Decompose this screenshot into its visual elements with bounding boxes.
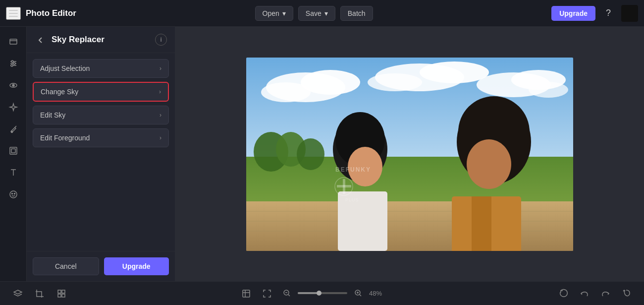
zoom-controls: 48% bbox=[280, 286, 387, 300]
svg-line-70 bbox=[360, 295, 361, 296]
menu-item-change-sky[interactable]: Change Sky › bbox=[33, 82, 169, 102]
menu-item-label: Change Sky bbox=[41, 88, 78, 96]
batch-label: Batch bbox=[348, 9, 366, 17]
grid-icon-btn[interactable] bbox=[54, 286, 69, 301]
info-button[interactable]: i bbox=[155, 34, 167, 46]
topbar-left: Photo Editor bbox=[6, 7, 76, 20]
user-avatar[interactable] bbox=[621, 5, 638, 22]
menu-item-label: Adjust Selection bbox=[40, 64, 90, 72]
svg-point-7 bbox=[11, 64, 13, 66]
svg-marker-56 bbox=[14, 290, 22, 294]
sidebar-icon-text[interactable] bbox=[3, 163, 23, 183]
canvas-area: BEFUNKY PLUS bbox=[175, 27, 644, 281]
svg-rect-50 bbox=[472, 196, 491, 251]
upgrade-panel-button[interactable]: Upgrade bbox=[104, 257, 169, 275]
bottom-center-zoom: 48% bbox=[238, 286, 387, 301]
svg-point-33 bbox=[297, 138, 324, 170]
panel-title: Sky Replacer bbox=[52, 35, 150, 45]
menu-item-edit-sky[interactable]: Edit Sky › bbox=[33, 106, 169, 124]
sidebar-icon-sticker[interactable] bbox=[3, 184, 23, 204]
chevron-right-icon: › bbox=[159, 88, 161, 95]
svg-text:PLUS: PLUS bbox=[345, 197, 359, 202]
svg-point-6 bbox=[13, 62, 15, 64]
topbar-right: Upgrade ? bbox=[551, 5, 638, 22]
svg-rect-60 bbox=[62, 294, 65, 297]
zoom-out-button[interactable] bbox=[280, 286, 294, 300]
zoom-slider[interactable] bbox=[298, 292, 347, 294]
icon-sidebar bbox=[0, 27, 27, 281]
help-button[interactable]: ? bbox=[600, 5, 616, 21]
sidebar-icon-frames[interactable] bbox=[3, 141, 23, 161]
svg-rect-38 bbox=[246, 201, 573, 251]
cancel-label: Cancel bbox=[55, 262, 77, 270]
undo-button[interactable] bbox=[577, 286, 592, 301]
svg-rect-59 bbox=[58, 294, 61, 297]
svg-line-10 bbox=[15, 126, 16, 127]
reset-button[interactable] bbox=[618, 286, 634, 301]
info-icon: i bbox=[161, 36, 162, 43]
svg-rect-13 bbox=[11, 149, 15, 153]
svg-point-17 bbox=[11, 193, 12, 194]
fit-screen-button[interactable] bbox=[259, 286, 275, 301]
svg-point-48 bbox=[467, 139, 511, 189]
svg-point-23 bbox=[261, 82, 311, 102]
menu-item-label: Edit Sky bbox=[40, 111, 65, 119]
svg-rect-58 bbox=[62, 290, 65, 293]
sidebar-icon-eye[interactable] bbox=[3, 75, 23, 95]
cancel-button[interactable]: Cancel bbox=[33, 257, 99, 275]
save-label: Save bbox=[306, 9, 322, 17]
bottom-left-tools bbox=[10, 286, 69, 301]
sidebar-icon-adjustments[interactable] bbox=[3, 54, 23, 73]
svg-rect-12 bbox=[10, 147, 17, 154]
history-button[interactable] bbox=[556, 286, 572, 301]
svg-rect-61 bbox=[243, 290, 250, 297]
topbar: Photo Editor Open ▾ Save ▾ Batch Upgrade… bbox=[0, 0, 644, 27]
topbar-center: Open ▾ Save ▾ Batch bbox=[76, 6, 551, 21]
svg-point-29 bbox=[529, 82, 568, 98]
zoom-in-button[interactable] bbox=[351, 286, 365, 300]
sidebar-icon-layers[interactable] bbox=[3, 32, 23, 52]
upgrade-button[interactable]: Upgrade bbox=[551, 6, 595, 21]
open-label: Open bbox=[263, 9, 279, 17]
crop-icon-btn[interactable] bbox=[32, 286, 48, 301]
chevron-right-icon: › bbox=[160, 112, 161, 119]
svg-rect-53 bbox=[337, 185, 351, 187]
panel-actions: Cancel Upgrade bbox=[27, 251, 175, 281]
upgrade-panel-label: Upgrade bbox=[122, 262, 151, 270]
save-chevron-icon: ▾ bbox=[324, 9, 328, 17]
app-title: Photo Editor bbox=[26, 8, 76, 18]
svg-rect-57 bbox=[58, 290, 61, 293]
main-area: Sky Replacer i Adjust Selection › Change… bbox=[0, 27, 644, 281]
photo-canvas: BEFUNKY PLUS bbox=[246, 58, 573, 251]
bottom-right-actions bbox=[556, 286, 634, 301]
sidebar-icon-brush[interactable] bbox=[3, 119, 23, 139]
fit-view-button[interactable] bbox=[238, 286, 254, 301]
svg-point-25 bbox=[420, 61, 489, 83]
hamburger-menu[interactable] bbox=[6, 7, 21, 20]
chevron-right-icon: › bbox=[160, 65, 161, 72]
redo-button[interactable] bbox=[597, 286, 613, 301]
chevron-right-icon: › bbox=[160, 134, 161, 141]
svg-text:BEFUNKY: BEFUNKY bbox=[335, 166, 371, 173]
svg-point-9 bbox=[12, 84, 14, 86]
batch-button[interactable]: Batch bbox=[340, 6, 373, 21]
panel-header: Sky Replacer i bbox=[27, 27, 175, 53]
sidebar-icon-sparkle[interactable] bbox=[3, 97, 23, 117]
back-button[interactable] bbox=[35, 34, 47, 45]
menu-item-adjust-selection[interactable]: Adjust Selection › bbox=[33, 59, 169, 78]
svg-point-26 bbox=[368, 73, 422, 91]
svg-point-11 bbox=[11, 131, 12, 133]
upgrade-label: Upgrade bbox=[559, 9, 588, 17]
save-button[interactable]: Save ▾ bbox=[298, 6, 335, 21]
open-chevron-icon: ▾ bbox=[282, 9, 286, 17]
open-button[interactable]: Open ▾ bbox=[255, 6, 293, 21]
bottom-toolbar: 48% bbox=[0, 281, 644, 305]
photo-container: BEFUNKY PLUS bbox=[246, 58, 573, 251]
layers-icon-btn[interactable] bbox=[10, 286, 26, 301]
side-panel: Sky Replacer i Adjust Selection › Change… bbox=[27, 27, 175, 281]
svg-line-66 bbox=[288, 295, 290, 296]
svg-point-5 bbox=[11, 61, 13, 62]
menu-item-edit-foreground[interactable]: Edit Foreground › bbox=[33, 128, 169, 147]
menu-item-label: Edit Foreground bbox=[40, 134, 90, 142]
panel-body: Adjust Selection › Change Sky › Edit Sky… bbox=[27, 53, 175, 251]
